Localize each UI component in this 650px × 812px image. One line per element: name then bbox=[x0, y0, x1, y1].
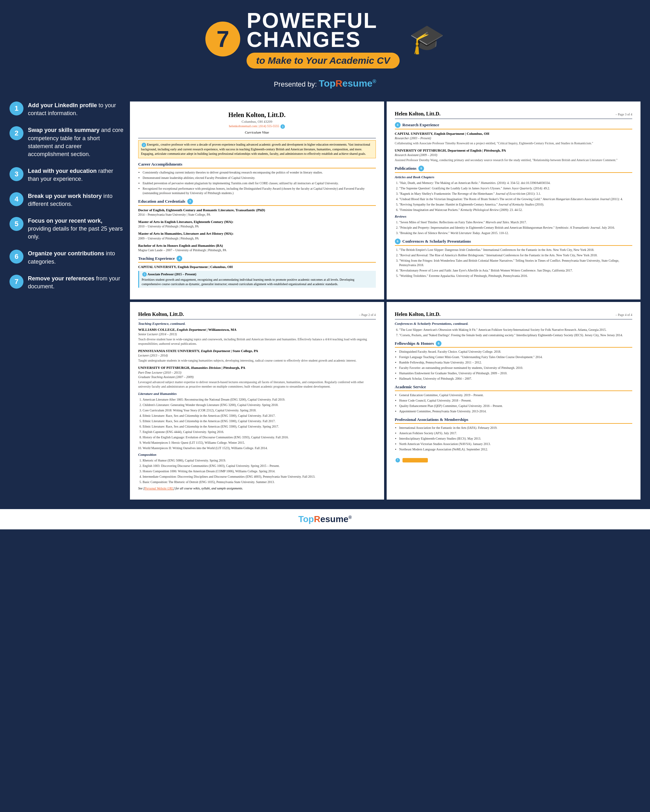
tip-5: 5 Focus on your recent work, providing d… bbox=[9, 217, 123, 241]
conf-badge-6: 6 bbox=[395, 238, 400, 244]
lit-course-9: World Masterpieces I: Heroic Quest (LIT … bbox=[143, 441, 376, 445]
comp-course-1: Rhetoric of Humor (ENG 5086), Capital Un… bbox=[143, 458, 376, 463]
article-2: "The Supreme Question': Gratifying the L… bbox=[399, 186, 633, 191]
tip-7-text: Remove your references from your documen… bbox=[28, 275, 123, 290]
lit-course-8: History of the English Language: Evoluti… bbox=[143, 435, 376, 440]
header-banner: 7 POWERFUL CHANGES to Make to Your Acade… bbox=[0, 0, 650, 75]
cv-page2-title-line: Helen Kolton, Litt.D. – Page 2 of 4 bbox=[138, 311, 376, 319]
teaching-entry-capital: CAPITAL UNIVERSITY, English Department |… bbox=[138, 264, 376, 288]
grad-cap-icon: 🎓 bbox=[409, 23, 444, 56]
cv-page4-title-line: Helen Kolton, Litt.D. – Page 4 of 4 bbox=[395, 311, 633, 319]
conf-2: "Revival and Reversal: The Rise of Ameri… bbox=[399, 253, 633, 258]
articles-header: Articles and Book Chapters bbox=[395, 175, 633, 180]
tip-4: 4 Break up your work history into differ… bbox=[9, 192, 123, 208]
lit-course-7: English Capstone (ENG 4444), Capital Uni… bbox=[143, 430, 376, 434]
cv-page3-name: Helen Kolton, Litt.D. bbox=[395, 110, 440, 118]
tips-sidebar: 1 Add your LinkedIn profile to your cont… bbox=[9, 102, 130, 499]
tip-5-text: Focus on your recent work, providing det… bbox=[28, 217, 123, 241]
references-annotation: 7 bbox=[395, 458, 633, 462]
tip-5-number: 5 bbox=[9, 217, 23, 231]
review-2: "Principle and Property: Impersonation a… bbox=[399, 226, 633, 230]
cv-curricula: Curriculum Vitae bbox=[138, 130, 376, 135]
education-section-title: Education and Credentials 3 bbox=[138, 198, 376, 206]
lit-course-6: Ethnic Literature: Race, Sex and Citizen… bbox=[143, 424, 376, 429]
teaching-highlight-box: 5 Associate Professor (2015 – Present) P… bbox=[138, 271, 376, 288]
academic-1: General Education Committee, Capital Uni… bbox=[399, 393, 633, 397]
articles-list: "Hair, Death, and Memory: The Making of … bbox=[395, 181, 633, 212]
tip-3-number: 3 bbox=[9, 167, 23, 181]
career-item-1: Consistently challenging current industr… bbox=[143, 170, 376, 175]
tip-1-text: Add your LinkedIn profile to your contac… bbox=[28, 102, 123, 118]
tip-7: 7 Remove your references from your docum… bbox=[9, 275, 123, 290]
tip-1-number: 1 bbox=[9, 102, 23, 116]
career-item-4: Recognized for exceptional performance w… bbox=[143, 186, 376, 195]
cv-page1-header: Helen Kolton, Litt.D. Columbus, OH 43209… bbox=[138, 110, 376, 135]
fellowship-6: Hallmark Scholar, University of Pittsbur… bbox=[399, 377, 633, 381]
tip-6-text: Organize your contributions into categor… bbox=[28, 250, 123, 266]
lit-course-1: American Literature After 1865: Reconstr… bbox=[143, 397, 376, 402]
cv-page-2: Helen Kolton, Litt.D. – Page 2 of 4 Teac… bbox=[130, 302, 384, 500]
academic-2: Honor Code Council, Capital University. … bbox=[399, 398, 633, 403]
tip-2-text: Swap your skills summary and core compet… bbox=[28, 126, 123, 158]
career-list: Consistently challenging current industr… bbox=[138, 170, 376, 195]
footer-topresume-logo: TopResume® bbox=[5, 514, 645, 524]
career-section-title: Career Accomplishments bbox=[138, 162, 376, 168]
article-6: "Feminine Imagination and Waistcoat Pock… bbox=[399, 208, 633, 212]
fellowship-3: Rumble Fellowship, Pennsylvania State Un… bbox=[399, 360, 633, 365]
tip-3: 3 Lead with your education rather than y… bbox=[9, 167, 123, 183]
lit-course-4: Ethnic Literature: Race, Sex and Citizen… bbox=[143, 414, 376, 418]
conf-list: "The British Empire's Lost Slipper: Dang… bbox=[395, 248, 633, 278]
tip-6: 6 Organize your contributions into categ… bbox=[9, 250, 123, 266]
tip-3-text: Lead with your education rather than you… bbox=[28, 167, 123, 183]
lit-section: Literature and Humanities bbox=[138, 391, 376, 396]
assoc-4: North American Victorian Studies Associa… bbox=[399, 442, 633, 446]
conf-more-list: "The Lost Slipper: American's Obsession … bbox=[395, 328, 633, 337]
lit-course-5: Ethnic Literature: Race, Sex and Citizen… bbox=[143, 419, 376, 423]
summary-annotation-2: 2 bbox=[142, 143, 146, 147]
fellowship-4: Faculty Favorite: an outstanding profess… bbox=[399, 366, 633, 370]
conf-6: "The Lost Slipper: American's Obsession … bbox=[399, 328, 633, 332]
williams-entry: WILLIAMS COLLEGE, English Department | W… bbox=[138, 327, 376, 346]
lit-course-3: Core Curriculum 2018: Writing Your Story… bbox=[143, 408, 376, 413]
pub-badge-6: 6 bbox=[418, 166, 424, 171]
lit-courses-list: American Literature After 1865: Reconstr… bbox=[138, 397, 376, 450]
education-badge-3: 3 bbox=[187, 198, 193, 204]
conf-5: "Worlding Trolobites." Extreme Appalachi… bbox=[399, 274, 633, 278]
edu-entry-1: Doctor of English, Eighteenth Century an… bbox=[138, 208, 376, 217]
assoc-list: International Association for the Fantas… bbox=[395, 426, 633, 452]
tip-2: 2 Swap your skills summary and core comp… bbox=[9, 126, 123, 158]
edu-entry-3: Master of Arts in Humanities, Literature… bbox=[138, 231, 376, 240]
pub-section-title: Publications 6 bbox=[395, 166, 633, 172]
cv-page-4: Helen Kolton, Litt.D. – Page 4 of 4 Conf… bbox=[387, 302, 641, 500]
conf-continued: Conferences & Scholarly Presentations, c… bbox=[395, 321, 633, 326]
academic-section-title: Academic Service bbox=[395, 384, 633, 391]
cv-page1-location: Columbus, OH 43209 bbox=[138, 119, 376, 124]
tip-2-number: 2 bbox=[9, 126, 23, 140]
cv-page4-pagenum: – Page 4 of 4 bbox=[615, 313, 632, 317]
cv-page1-contact: helenkoltonemail.com | (614) 555-5555 1 bbox=[138, 124, 376, 129]
research-badge-4: 4 bbox=[395, 122, 400, 128]
tip-4-text: Break up your work history into differen… bbox=[28, 192, 123, 208]
tip-6-number: 6 bbox=[9, 250, 23, 264]
article-1: "Hair, Death, and Memory: The Making of … bbox=[399, 181, 633, 185]
header-text-block: POWERFUL CHANGES to Make to Your Academi… bbox=[247, 9, 399, 69]
edu-entry-2: Master of Arts in English Literature, Ei… bbox=[138, 220, 376, 229]
academic-4: Appointment Committee, Pennsylvania Stat… bbox=[399, 409, 633, 414]
assoc-section-title: Professional Associations & Memberships bbox=[395, 417, 633, 424]
header-number: 7 bbox=[206, 21, 240, 56]
pitt-entry: UNIVERSITY OF PITTSBURGH, Humanities Div… bbox=[138, 365, 376, 389]
comp-course-5: Basic Composition: The Rhetoric of Detro… bbox=[143, 480, 376, 484]
fellowships-section-title: Fellowships & Honors 6 bbox=[395, 341, 633, 348]
comp-section: Composition bbox=[138, 452, 376, 457]
fellowship-2: Foreign Language Teaching Center Mini-Gr… bbox=[399, 355, 633, 359]
main-content: 1 Add your LinkedIn profile to your cont… bbox=[0, 95, 650, 506]
edu-entry-4: Bachelor of Arts in Honors English and H… bbox=[138, 243, 376, 252]
academic-3: Quality Enhancement Plan (QEP) Committee… bbox=[399, 404, 633, 408]
academic-list: General Education Committee, Capital Uni… bbox=[395, 393, 633, 414]
research-entry-capital: CAPITAL UNIVERSITY, English Department |… bbox=[395, 131, 633, 146]
orange-redaction-bar bbox=[402, 458, 428, 462]
assoc-3: Interdisciplinary Eighteenth-Century Stu… bbox=[399, 437, 633, 441]
cv-page3-title-line: Helen Kolton, Litt.D. – Page 3 of 4 bbox=[395, 110, 633, 119]
review-3: "Breaking the Jaws of Silence Review." W… bbox=[399, 231, 633, 235]
references-badge-7: 7 bbox=[396, 458, 400, 462]
